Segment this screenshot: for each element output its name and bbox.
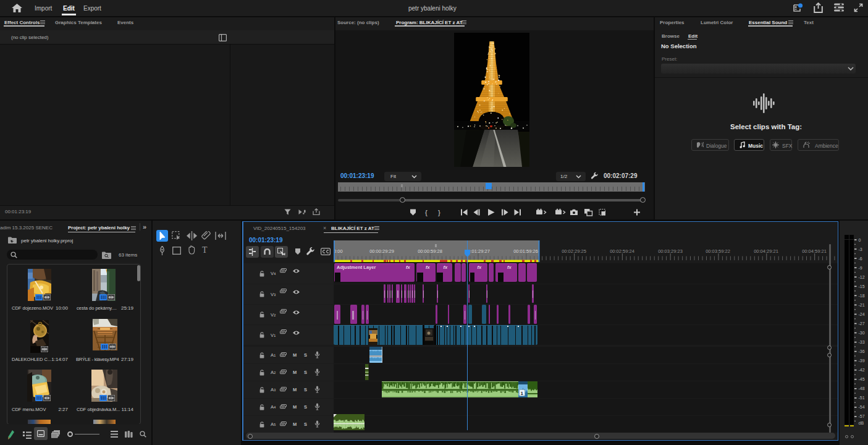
- svg-text:00:00:00: 00:00:00: [334, 248, 343, 254]
- svg-text:00:04:29:21: 00:04:29:21: [754, 248, 778, 254]
- svg-text:00:02:29:25: 00:02:29:25: [562, 248, 586, 254]
- svg-text:00:00:59:28: 00:00:59:28: [418, 248, 442, 254]
- svg-text:00:04:59:21: 00:04:59:21: [802, 248, 827, 254]
- svg-text:}: }: [438, 209, 440, 216]
- svg-text:-36: -36: [859, 349, 865, 354]
- svg-text:0: 0: [859, 238, 861, 242]
- svg-text:-39: -39: [859, 358, 865, 363]
- svg-text:-54: -54: [859, 405, 865, 409]
- svg-text:-57: -57: [859, 414, 865, 418]
- svg-text:-33: -33: [859, 340, 865, 344]
- svg-text:-6: -6: [859, 256, 862, 261]
- svg-text:-48: -48: [859, 386, 865, 391]
- svg-text:00:03:59:22: 00:03:59:22: [706, 248, 730, 254]
- svg-text:-9: -9: [859, 266, 862, 270]
- svg-text:-3: -3: [859, 247, 862, 252]
- svg-text:00:01:59:26: 00:01:59:26: [513, 248, 538, 254]
- svg-text:-45: -45: [859, 377, 865, 381]
- svg-text:-27: -27: [859, 321, 865, 326]
- svg-text:-24: -24: [859, 312, 865, 316]
- svg-text:-21: -21: [859, 303, 865, 307]
- svg-text:-18: -18: [859, 294, 865, 298]
- svg-text:00:00:29:29: 00:00:29:29: [369, 248, 394, 254]
- svg-text:00:02:59:24: 00:02:59:24: [610, 248, 634, 254]
- svg-text:{: {: [425, 209, 428, 216]
- svg-text:-51: -51: [859, 396, 865, 400]
- svg-text:dB: dB: [859, 421, 864, 425]
- svg-text:00:03:29:23: 00:03:29:23: [658, 248, 683, 254]
- svg-text:-12: -12: [859, 275, 865, 279]
- svg-text:-42: -42: [859, 368, 865, 372]
- svg-text:-15: -15: [859, 284, 865, 289]
- svg-text:-30: -30: [859, 331, 865, 335]
